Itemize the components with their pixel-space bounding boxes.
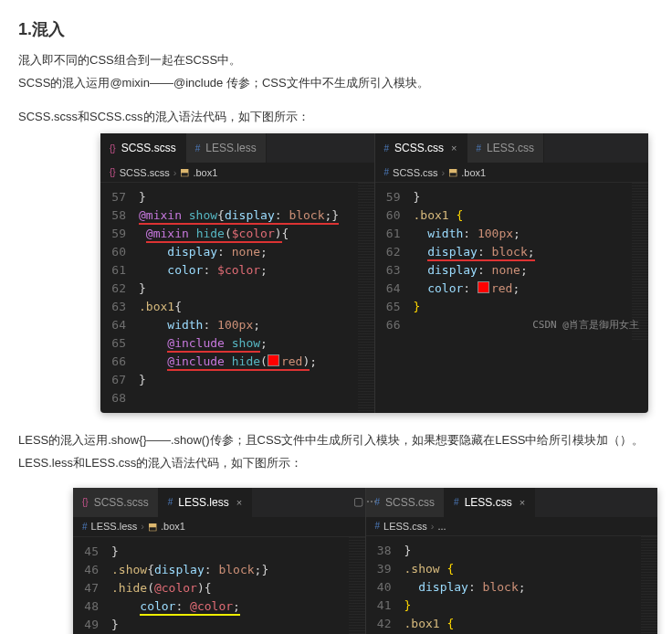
line-number: 42	[366, 615, 404, 633]
line-number: 47	[73, 579, 111, 597]
line-number: 39	[366, 560, 404, 578]
editor-tab[interactable]: #LESS.less×	[159, 488, 252, 517]
line-number: 66	[100, 353, 139, 371]
code-line: 59}	[375, 188, 649, 206]
editor-tab[interactable]: #SCSS.css	[366, 488, 446, 517]
breadcrumb[interactable]: #LESS.css›...	[366, 517, 658, 536]
editor-tab[interactable]: #LESS.less	[186, 133, 267, 163]
chevron-icon: ›	[141, 521, 144, 532]
line-number: 63	[375, 261, 414, 280]
file-icon: {}	[110, 143, 116, 153]
line-number: 67	[100, 371, 139, 389]
file-icon: #	[454, 497, 459, 507]
line-number: 40	[366, 578, 404, 597]
intro-text-3: LESS的混入运用.show{}——.show()传参；且CSS文件中生成所引入…	[18, 431, 654, 450]
editor-pane-right: #SCSS.css×#LESS.css#SCSS.css›⬒.box159}60…	[375, 133, 649, 413]
editor-tab[interactable]: #SCSS.css×	[375, 133, 467, 163]
breadcrumb-file: LESS.less	[91, 521, 138, 532]
file-icon: #	[168, 497, 173, 507]
line-number: 46	[73, 561, 111, 579]
code-line: 59 @mixin hide($color){	[100, 225, 374, 243]
breadcrumb-symbol: .box1	[461, 167, 486, 178]
section-heading: 1.混入	[18, 18, 654, 40]
breadcrumb-file: SCSS.css	[393, 167, 438, 178]
chevron-icon: ›	[431, 521, 435, 532]
code-line: 64 width: 100px;	[100, 316, 374, 334]
file-icon: #	[477, 143, 482, 153]
code-line: 46.show{display: block;}	[73, 561, 365, 579]
minimap[interactable]	[358, 183, 374, 413]
code-line: 61 width: 100px;	[375, 225, 649, 243]
code-line: 39.show {	[366, 560, 658, 578]
breadcrumb-file: SCSS.scss	[120, 167, 170, 178]
line-number: 62	[375, 243, 414, 261]
breadcrumb-file: LESS.css	[383, 521, 427, 532]
chevron-icon: ›	[173, 167, 177, 178]
code-line: 60 display: none;	[100, 243, 374, 261]
line-number: 65	[375, 298, 414, 316]
tab-label: LESS.css	[487, 142, 534, 154]
code-area[interactable]: 38}39.show {40 display: block;41}42.box1…	[366, 536, 658, 634]
editor-tab[interactable]: #LESS.css	[467, 133, 545, 163]
breadcrumb-more: ...	[437, 521, 446, 532]
line-number: 63	[100, 298, 139, 316]
line-number: 62	[100, 280, 139, 298]
tab-label: LESS.css	[465, 496, 512, 509]
file-icon: #	[375, 521, 381, 531]
code-area[interactable]: 59}60.box1 {61 width: 100px;62 display: …	[375, 183, 649, 340]
line-number: 61	[100, 261, 139, 280]
code-line: 40 display: block;	[366, 578, 658, 597]
code-line: 68	[100, 389, 374, 407]
minimap[interactable]	[641, 536, 657, 634]
minimap[interactable]	[349, 537, 365, 634]
code-line: 61 color: $color;	[100, 261, 374, 280]
editor-tab[interactable]: {}SCSS.scss	[100, 133, 186, 163]
code-line: 41}	[366, 597, 658, 615]
code-line: 66 @include hide(red);	[100, 353, 374, 371]
line-number: 68	[100, 389, 139, 407]
chevron-icon: ›	[442, 167, 446, 178]
code-line: 65 @include show;	[100, 334, 374, 353]
line-number: 38	[366, 542, 404, 560]
editor-pane-left: {}SCSS.scss#LESS.less{}SCSS.scss›⬒.box15…	[100, 133, 375, 413]
line-number: 65	[100, 334, 139, 353]
close-icon[interactable]: ×	[520, 497, 525, 508]
line-number: 58	[100, 206, 139, 225]
breadcrumb[interactable]: #LESS.less›⬒.box1	[73, 517, 365, 537]
code-area[interactable]: 45}46.show{display: block;}47.hide(@colo…	[73, 537, 365, 634]
code-line: 48 color: @color;	[73, 597, 365, 616]
code-area[interactable]: 57}58@mixin show{display: block;}59 @mix…	[100, 183, 374, 413]
tab-label: SCSS.scss	[94, 496, 149, 509]
close-icon[interactable]: ×	[236, 497, 242, 508]
code-line: 63 display: none;	[375, 261, 649, 280]
intro-text-2: SCSS的混入运用@mixin——@include 传参；CSS文件中不生成所引…	[18, 74, 654, 93]
breadcrumb[interactable]: #SCSS.css›⬒.box1	[375, 163, 649, 183]
tab-label: SCSS.css	[385, 496, 435, 509]
line-number: 60	[100, 243, 139, 261]
breadcrumb[interactable]: {}SCSS.scss›⬒.box1	[100, 163, 374, 183]
editor-tab[interactable]: #LESS.css×	[445, 488, 535, 517]
code-line: 63.box1{	[100, 298, 374, 316]
symbol-icon: ⬒	[148, 521, 157, 533]
code-line: 57}	[100, 188, 374, 206]
code-line: 47.hide(@color){	[73, 579, 365, 597]
code-line: 58@mixin show{display: block;}	[100, 206, 374, 225]
line-number: 59	[100, 225, 139, 243]
line-number: 48	[73, 597, 111, 616]
code-line: 60.box1 {	[375, 206, 649, 225]
close-icon[interactable]: ×	[451, 143, 457, 153]
line-number: 64	[100, 316, 139, 334]
code-line: 49}	[73, 616, 365, 634]
line-number: 61	[375, 225, 414, 243]
file-icon: {}	[82, 497, 89, 507]
breadcrumb-symbol: .box1	[193, 167, 217, 178]
code-line: 62 display: block;	[375, 243, 649, 261]
split-editor-icon[interactable]: ▢ ⋯	[353, 495, 377, 508]
file-icon: #	[82, 522, 88, 532]
code-line: 62}	[100, 280, 374, 298]
code-editor-less: ▢ ⋯ {}SCSS.scss#LESS.less×#LESS.less›⬒.b…	[73, 488, 657, 634]
file-icon: #	[384, 167, 390, 177]
file-icon: #	[195, 143, 201, 153]
file-icon: #	[384, 143, 390, 153]
editor-tab[interactable]: {}SCSS.scss	[73, 488, 159, 517]
